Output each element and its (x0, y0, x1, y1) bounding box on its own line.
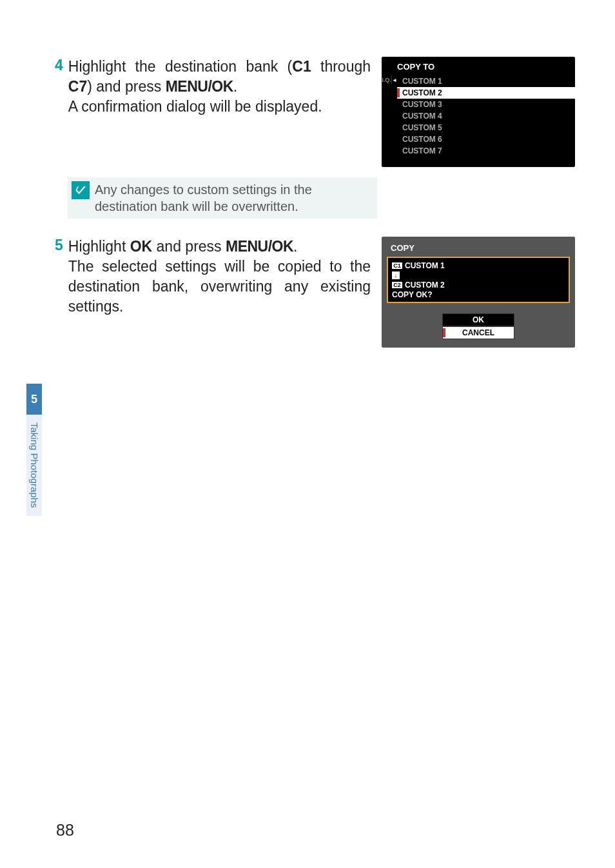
step-4-text-frag: Highlight the destination bank ( (68, 58, 292, 75)
step-number-4: 4 (55, 57, 63, 75)
step-4-c1: C1 (292, 58, 311, 75)
copy-prompt: COPY OK? (392, 290, 565, 299)
step-5-para2: The selected settings will be copied to … (68, 258, 371, 315)
note-callout: Any changes to custom settings in the de… (68, 177, 377, 219)
left-arrow-icon: ◄ (392, 75, 397, 84)
screen1-list: CUSTOM 1 CUSTOM 2 CUSTOM 3 CUSTOM 4 CUST… (397, 75, 575, 157)
chapter-side-tab: 5 Taking Photographs (26, 384, 42, 516)
step-4-c7: C7 (68, 78, 87, 95)
note-text: Any changes to custom settings in the de… (95, 181, 371, 215)
list-item-label: CUSTOM 2 (402, 88, 442, 97)
list-item: CUSTOM 5 (397, 122, 575, 133)
step-4-line2b: played. (274, 98, 322, 115)
step-5-ok: OK (130, 238, 153, 255)
list-item: CUSTOM 1 (397, 75, 575, 87)
camera-screen-copy-to: COPY TO I.Q. ◄ CUSTOM 1 CUSTOM 2 CUSTOM … (382, 57, 575, 167)
step-5-frag2: and press (152, 238, 226, 255)
step-4-line2a: A confirmation dialog will be dis (68, 98, 275, 115)
copy-dest-line: C2 CUSTOM 2 (392, 280, 565, 290)
step-number-5: 5 (55, 237, 63, 255)
step-5-period: . (293, 238, 297, 255)
screen2-title: COPY (387, 241, 570, 257)
iq-tab: I.Q. (382, 75, 392, 84)
list-item-highlighted: CUSTOM 2 (397, 87, 575, 99)
step-5-body: Highlight OK and press MENU/OK. The sele… (68, 237, 371, 317)
step-4-menuok: MENU/OK (166, 78, 233, 95)
down-arrow-icon: ↓ (392, 271, 400, 279)
highlight-marker (397, 88, 400, 97)
step-4: 4 Highlight the destination bank (C1 thr… (55, 57, 575, 167)
copy-confirm-box: C1 CUSTOM 1 ↓ C2 CUSTOM 2 COPY OK? (387, 257, 570, 303)
screen1-title: COPY TO (382, 61, 575, 75)
page-number: 88 (56, 821, 74, 840)
list-item: CUSTOM 4 (397, 110, 575, 122)
step-4-period: . (233, 78, 237, 95)
camera-screen-copy-confirm: COPY C1 CUSTOM 1 ↓ C2 CUSTOM 2 COPY OK? … (382, 237, 575, 348)
copy-dest-label: CUSTOM 2 (405, 281, 445, 290)
cancel-button-selected: CANCEL (442, 326, 514, 339)
ok-button: OK (442, 313, 514, 326)
copy-source-line: C1 CUSTOM 1 (392, 261, 565, 271)
step-5-menuok: MENU/OK (226, 238, 293, 255)
step-5: 5 Highlight OK and press MENU/OK. The se… (55, 237, 575, 348)
copy-source-label: CUSTOM 1 (405, 261, 445, 270)
note-icon (72, 181, 90, 199)
step-4-body: Highlight the destination bank (C1 throu… (68, 57, 371, 117)
list-item: CUSTOM 7 (397, 145, 575, 157)
cancel-label: CANCEL (462, 328, 494, 337)
list-item: CUSTOM 6 (397, 133, 575, 145)
step-4-text-frag2: through (311, 58, 371, 75)
dialog-buttons: OK CANCEL (387, 313, 570, 339)
c1-badge: C1 (392, 262, 402, 269)
step-4-text-frag3: ) and press (87, 78, 165, 95)
step-5-frag1: Highlight (68, 238, 130, 255)
chapter-label: Taking Photographs (26, 415, 42, 516)
list-item: CUSTOM 3 (397, 99, 575, 110)
chapter-number: 5 (26, 384, 42, 415)
c2-badge: C2 (392, 282, 402, 288)
